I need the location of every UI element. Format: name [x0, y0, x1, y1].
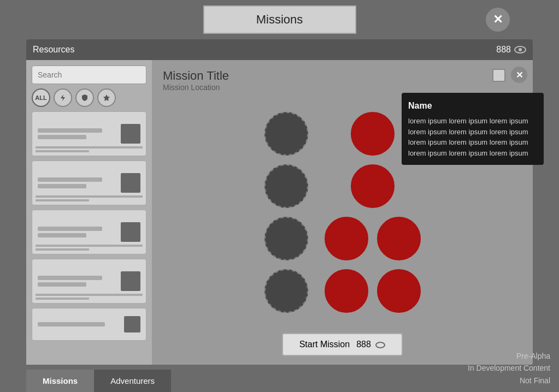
mission-item-bottom-lines	[36, 195, 143, 201]
panel-content: ALL	[26, 60, 533, 365]
bottom-line	[36, 294, 143, 296]
watermark: Pre-Alpha In Development Content Not Fin…	[468, 350, 550, 387]
bottom-line	[36, 199, 89, 201]
left-circle-column	[264, 112, 308, 313]
bottom-line	[36, 146, 143, 149]
mission-item-line	[38, 177, 102, 182]
watermark-line2: In Development Content	[468, 362, 550, 374]
mission-location: Mission Location	[163, 83, 522, 92]
mission-item-line	[38, 322, 105, 326]
list-item[interactable]	[32, 308, 146, 341]
filter-buttons: ALL	[32, 88, 146, 107]
mission-item-bottom-lines	[36, 146, 143, 152]
mission-item-thumb	[121, 271, 140, 291]
start-mission-label: Start Mission	[299, 340, 350, 349]
tooltip-box: Name lorem ipsum lorem ipsum lorem ipsum…	[402, 93, 544, 165]
mission-item-line	[38, 128, 102, 133]
list-item[interactable]	[32, 111, 146, 156]
mission-item-thumb	[121, 173, 140, 193]
main-content: Mission Title Mission Location Name lore…	[152, 60, 533, 365]
resources-label: Resources	[33, 45, 74, 55]
enemy-slot[interactable]	[351, 164, 395, 208]
circle-row	[351, 112, 395, 156]
character-slot[interactable]	[264, 269, 308, 313]
bottom-tabs: Missions Adventurers	[26, 370, 171, 392]
tab-adventurers[interactable]: Adventurers	[94, 370, 171, 392]
mission-item-text	[36, 320, 124, 329]
inner-close-icon: ✕	[516, 70, 523, 80]
list-item[interactable]	[32, 161, 146, 205]
mission-item-bottom-lines	[36, 294, 143, 300]
start-mission-cost: 888	[356, 340, 385, 349]
enemy-slot[interactable]	[325, 217, 368, 260]
bottom-line	[36, 195, 143, 198]
resources-value: 888	[496, 45, 526, 55]
outer-close-button[interactable]: ✕	[486, 8, 510, 32]
enemy-slot[interactable]	[377, 217, 421, 260]
mission-list	[32, 111, 146, 341]
filter-badge-button[interactable]	[97, 88, 116, 107]
mission-item-bottom-lines	[36, 245, 143, 251]
main-panel: Resources 888 ✕ ALL	[26, 39, 533, 365]
outer-close-icon: ✕	[493, 13, 503, 27]
resources-number: 888	[496, 45, 511, 55]
bottom-line	[36, 150, 89, 152]
watermark-line1: Pre-Alpha	[468, 350, 550, 362]
watermark-line3: Not Final	[468, 375, 550, 387]
circle-row	[325, 269, 421, 313]
character-slot[interactable]	[264, 112, 308, 156]
title-bar: Missions	[203, 5, 356, 34]
tooltip-body: lorem ipsum lorem ipsum lorem ipsum lore…	[408, 116, 537, 158]
bottom-line	[36, 298, 89, 300]
start-mission-button[interactable]: Start Mission 888	[282, 333, 403, 356]
sidebar: ALL	[26, 60, 152, 365]
resources-bar: Resources 888	[26, 39, 533, 60]
badge-icon	[103, 94, 110, 102]
search-input[interactable]	[32, 66, 146, 84]
mission-item-line	[38, 135, 86, 139]
mission-title: Mission Title	[163, 69, 522, 83]
enemy-slot[interactable]	[377, 269, 421, 313]
mission-item-line	[38, 276, 102, 280]
enemy-slot[interactable]	[351, 112, 395, 156]
list-item[interactable]	[32, 259, 146, 304]
mission-item-thumb	[121, 222, 140, 242]
mission-item-line	[38, 282, 86, 287]
mission-item-text	[36, 175, 121, 191]
title-text: Missions	[256, 13, 303, 27]
mission-item-line	[38, 233, 86, 237]
tab-missions[interactable]: Missions	[26, 370, 94, 392]
mission-item-thumb	[121, 124, 140, 144]
mission-item-text	[36, 224, 121, 240]
circle-row	[325, 217, 421, 260]
tooltip-title: Name	[408, 99, 537, 112]
resources-eye-icon	[514, 46, 526, 54]
bottom-line	[36, 248, 89, 251]
mission-item-line	[38, 227, 102, 231]
inner-close-button[interactable]: ✕	[511, 67, 527, 83]
filter-all-button[interactable]: ALL	[32, 88, 50, 107]
svg-marker-0	[61, 94, 65, 101]
mission-item-thumb	[124, 316, 140, 332]
list-item[interactable]	[32, 210, 146, 254]
circle-row	[351, 164, 395, 208]
start-mission-eye-icon	[375, 342, 385, 348]
lightning-icon	[59, 94, 67, 102]
mission-checkbox[interactable]	[492, 69, 505, 82]
character-slot[interactable]	[264, 164, 308, 208]
circles-area	[264, 112, 421, 313]
filter-shield-button[interactable]	[75, 88, 94, 107]
mission-item-text	[36, 274, 121, 289]
mission-item-text	[36, 126, 121, 141]
shield-icon	[81, 94, 89, 102]
bottom-line	[36, 245, 143, 247]
character-slot[interactable]	[264, 217, 308, 260]
filter-lightning-button[interactable]	[54, 88, 72, 107]
enemy-slot[interactable]	[325, 269, 368, 313]
mission-item-line	[38, 184, 86, 188]
